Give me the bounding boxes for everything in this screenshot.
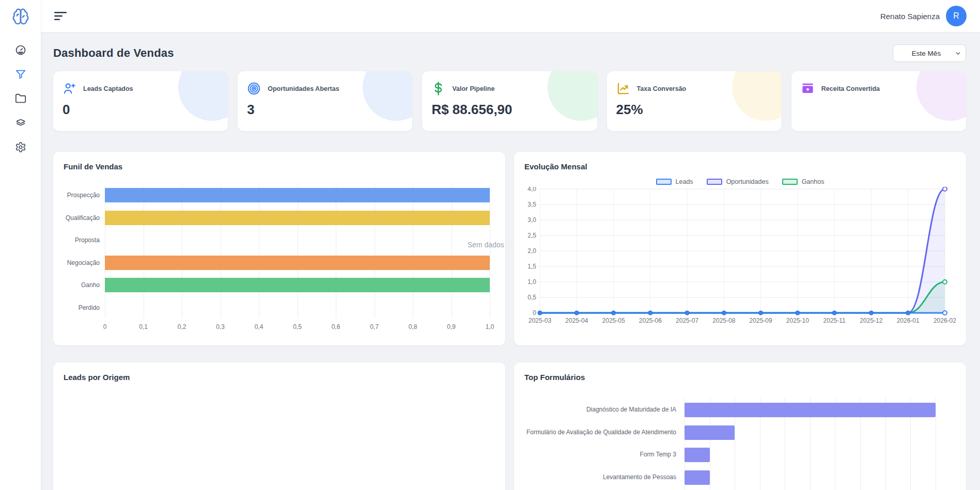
svg-text:3,0: 3,0 xyxy=(527,216,536,224)
top-form-bar[interactable] xyxy=(685,470,710,485)
funnel-icon xyxy=(15,69,26,80)
kpi-label: Leads Captados xyxy=(83,85,133,92)
sidebar-item-folder[interactable] xyxy=(14,92,27,105)
kpi-label: Taxa Conversão xyxy=(637,85,687,92)
legend-swatch xyxy=(656,179,672,185)
funnel-xaxis: 00,10,20,30,40,50,60,70,80,91,0 xyxy=(105,323,490,331)
svg-text:2025-10: 2025-10 xyxy=(786,317,809,324)
dollar-icon xyxy=(431,82,445,96)
no-data-label: Sem dados xyxy=(468,241,504,249)
kpi-value: R$ 88.656,90 xyxy=(431,102,588,118)
top-formularios-chart[interactable]: Diagnóstico de Maturidade de IAFormulári… xyxy=(524,403,956,485)
funnel-category-label: Ganho xyxy=(64,281,105,289)
kpi-label: Oportunidades Abertas xyxy=(268,85,339,92)
svg-text:0,5: 0,5 xyxy=(527,294,536,301)
top-form-row: Diagnóstico de Maturidade de IA xyxy=(524,403,956,417)
legend-label: Ganhos xyxy=(802,178,825,185)
funnel-chart[interactable]: ProspecçãoQualificaçãoPropostaNegociação… xyxy=(64,188,495,315)
legend-item[interactable]: Oportunidades xyxy=(707,178,769,185)
funnel-row: Qualificação xyxy=(64,211,495,225)
folder-icon xyxy=(15,93,26,104)
brain-logo-icon[interactable] xyxy=(12,8,29,27)
menu-toggle-button[interactable] xyxy=(54,11,68,21)
sidebar-item-settings[interactable] xyxy=(14,141,27,153)
funnel-x-tick: 0,6 xyxy=(332,323,340,330)
funnel-card: Funil de Vendas ProspecçãoQualificaçãoPr… xyxy=(53,152,505,345)
funnel-row: Proposta xyxy=(64,233,495,247)
page-title: Dashboard de Vendas xyxy=(53,46,174,60)
svg-text:2025-03: 2025-03 xyxy=(528,317,551,324)
kpi-row: Leads Captados 0 Oportunidades Abertas 3 xyxy=(53,71,966,131)
funnel-x-tick: 0,2 xyxy=(178,323,186,330)
top-form-bar[interactable] xyxy=(685,448,710,462)
period-select[interactable]: Este Mês xyxy=(893,44,966,62)
kpi-label: Receita Convertida xyxy=(821,85,880,92)
funnel-category-label: Prospecção xyxy=(64,192,105,199)
svg-text:0: 0 xyxy=(533,309,536,317)
top-form-row: Levantamento de Pessoas xyxy=(524,470,956,485)
kpi-label: Valor Pipeline xyxy=(452,85,494,92)
funnel-x-tick: 0,4 xyxy=(255,323,263,330)
funnel-bar[interactable] xyxy=(105,188,490,202)
svg-text:2025-09: 2025-09 xyxy=(750,317,772,324)
legend-swatch xyxy=(782,179,798,185)
sidebar-menu xyxy=(14,44,27,153)
kpi-value: 3 xyxy=(247,102,404,118)
svg-text:2026-02: 2026-02 xyxy=(934,317,956,324)
svg-text:2025-07: 2025-07 xyxy=(676,317,698,324)
svg-text:1,5: 1,5 xyxy=(527,263,536,270)
legend-label: Leads xyxy=(676,178,693,185)
svg-text:2025-05: 2025-05 xyxy=(602,317,625,324)
svg-text:2025-04: 2025-04 xyxy=(565,317,588,324)
leads-origem-card: Leads por Origem xyxy=(53,362,505,490)
svg-text:2025-12: 2025-12 xyxy=(860,317,882,324)
funnel-row: Prospecção xyxy=(64,188,495,202)
svg-text:2,5: 2,5 xyxy=(527,232,536,239)
kpi-card-taxa-conversao: Taxa Conversão 25% xyxy=(607,71,782,131)
sidebar xyxy=(0,0,41,490)
sidebar-item-dashboard[interactable] xyxy=(14,44,27,56)
topbar: Renato Sapienza R xyxy=(41,0,980,32)
layers-icon xyxy=(15,117,26,129)
funnel-chart-title: Funil de Vendas xyxy=(64,162,495,171)
kpi-card-oportunidades-abertas: Oportunidades Abertas 3 xyxy=(238,71,412,131)
legend-label: Oportunidades xyxy=(726,178,769,185)
svg-text:2025-11: 2025-11 xyxy=(823,317,846,324)
top-form-bar[interactable] xyxy=(685,403,936,417)
app-screen: Renato Sapienza R Dashboard de Vendas Es… xyxy=(0,0,980,490)
top-form-bar[interactable] xyxy=(685,425,735,440)
evolucao-chart[interactable]: 4,03,53,02,52,01,51,00,502025-032025-042… xyxy=(524,187,956,326)
legend-item[interactable]: Leads xyxy=(656,178,693,185)
kpi-card-receita-convertida: Receita Convertida xyxy=(791,71,966,131)
evolucao-card: Evolução Mensal LeadsOportunidadesGanhos… xyxy=(514,152,966,345)
kpi-card-leads-captados: Leads Captados 0 xyxy=(53,71,228,131)
top-form-label: Diagnóstico de Maturidade de IA xyxy=(524,406,676,413)
funnel-bar[interactable] xyxy=(105,211,490,225)
funnel-row: Perdido xyxy=(64,301,495,315)
decorative-circle xyxy=(916,71,966,121)
svg-text:2025-06: 2025-06 xyxy=(639,317,662,324)
funnel-bar[interactable] xyxy=(105,278,490,292)
banknote-icon xyxy=(801,82,815,96)
top-formularios-chart-title: Top Formulários xyxy=(524,373,956,382)
top-form-label: Form Temp 3 xyxy=(524,451,676,458)
sidebar-item-funnel[interactable] xyxy=(14,68,27,81)
gear-icon xyxy=(15,141,26,153)
avatar[interactable]: R xyxy=(946,6,967,26)
funnel-bar[interactable] xyxy=(105,256,490,270)
funnel-x-tick: 0,8 xyxy=(409,323,417,330)
svg-text:2,0: 2,0 xyxy=(527,247,536,255)
funnel-row: Ganho xyxy=(64,278,495,292)
target-icon xyxy=(247,82,261,96)
user-name[interactable]: Renato Sapienza xyxy=(880,12,940,21)
sidebar-item-layers[interactable] xyxy=(14,117,27,129)
funnel-category-label: Negociação xyxy=(64,259,105,266)
funnel-x-tick: 0,7 xyxy=(370,323,379,330)
top-form-label: Levantamento de Pessoas xyxy=(524,474,676,481)
funnel-x-tick: 0,1 xyxy=(139,323,148,330)
top-formularios-card: Top Formulários Diagnóstico de Maturidad… xyxy=(514,362,966,490)
funnel-x-tick: 0,9 xyxy=(447,323,456,330)
legend-item[interactable]: Ganhos xyxy=(782,178,825,185)
top-form-row: Formulário de Avaliação de Qualidade de … xyxy=(524,425,956,440)
funnel-x-tick: 0,3 xyxy=(216,323,225,330)
